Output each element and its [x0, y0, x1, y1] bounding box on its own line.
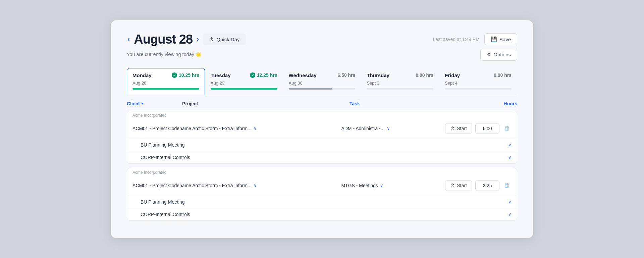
sub-2-2-label: CORP-Internal Controls [141, 212, 505, 217]
entry-1-project-text: ACM01 - Project Codename Arctic Storm - … [132, 126, 252, 131]
entry-1-sub-1: BU Planning Meeting ∨ [127, 139, 517, 151]
prev-day-button[interactable]: ‹ [127, 35, 130, 44]
header-actions: Last saved at 1:49 PM 💾 Save [433, 33, 517, 45]
col-header-task: Task [350, 101, 450, 106]
tab-friday[interactable]: Friday 0.00 hrs Sept 4 [439, 68, 517, 95]
progress-monday [132, 88, 199, 90]
progress-thursday [367, 88, 433, 90]
tab-thursday[interactable]: Thursday 0.00 hrs Sept 3 [361, 68, 439, 95]
entry-1-task-text: ADM - Administra -... [341, 126, 384, 131]
entry-2-project: ACM01 - Project Codename Arctic Storm - … [132, 183, 338, 188]
check-icon-monday: ✓ [172, 72, 177, 78]
day-tabs: Monday ✓ 10.25 hrs Aug 28 Tuesday ✓ 12.2… [127, 68, 517, 95]
entry-2-sub-2: CORP-Internal Controls ∨ [127, 208, 517, 220]
entry-1-start-button[interactable]: ⏱ Start [445, 123, 472, 134]
entry-1-task-dropdown[interactable]: ∨ [387, 126, 390, 131]
timer-icon-2: ⏱ [450, 183, 455, 188]
progress-friday [445, 88, 512, 90]
save-button[interactable]: 💾 Save [484, 33, 517, 45]
quick-day-label: Quick Day [216, 37, 239, 42]
sub-2-2-dropdown[interactable]: ∨ [508, 212, 512, 217]
hours-monday: ✓ 10.25 hrs [172, 72, 199, 78]
options-button[interactable]: ⚙ Options [480, 49, 517, 61]
next-day-button[interactable]: › [196, 35, 200, 44]
entry-2-sub-1: BU Planning Meeting ∨ [127, 196, 517, 208]
quick-day-button[interactable]: ⏱ Quick Day [203, 34, 246, 45]
date-title: August 28 [134, 32, 193, 47]
progress-wednesday [289, 88, 356, 90]
hours-tuesday: ✓ 12.25 hrs [250, 72, 277, 78]
start-label-2: Start [457, 183, 467, 188]
progress-tuesday [211, 88, 277, 90]
entry-2-project-text: ACM01 - Project Codename Arctic Storm - … [132, 183, 252, 188]
col-header-hours: Hours [450, 101, 517, 106]
sub-2-1-label: BU Planning Meeting [141, 199, 505, 205]
subtitle-text: You are currently viewing today 🌟 [127, 52, 202, 57]
tab-tuesday[interactable]: Tuesday ✓ 12.25 hrs Aug 29 [205, 68, 283, 95]
date-nav: ‹ August 28 › ⏱ Quick Day [127, 32, 246, 47]
main-card: ‹ August 28 › ⏱ Quick Day Last saved at … [111, 20, 533, 238]
entry-1-sub-2: CORP-Internal Controls ∨ [127, 151, 517, 163]
col-header-project: Project [182, 101, 350, 106]
hours-thursday: 0.00 hrs [416, 72, 433, 78]
time-entry-1: Acme Incorporated ACM01 - Project Codena… [127, 111, 517, 164]
options-icon: ⚙ [487, 52, 491, 58]
save-label: Save [499, 37, 511, 42]
entry-2-task: MTGS - Meetings ∨ [341, 183, 442, 188]
entry-1-task: ADM - Administra -... ∨ [341, 126, 442, 131]
day-name-wednesday: Wednesday [289, 72, 317, 78]
entry-2-start-button[interactable]: ⏱ Start [445, 180, 472, 191]
entry-1-project: ACM01 - Project Codename Arctic Storm - … [132, 126, 338, 131]
entry-1-actions: ⏱ Start 🗑 [445, 123, 512, 134]
last-saved-text: Last saved at 1:49 PM [433, 37, 479, 42]
day-name-tuesday: Tuesday [211, 72, 231, 78]
sub-1-2-dropdown[interactable]: ∨ [508, 155, 512, 160]
date-monday: Aug 28 [132, 81, 146, 86]
entry-2-actions: ⏱ Start 🗑 [445, 180, 512, 191]
quick-day-icon: ⏱ [209, 37, 214, 42]
subtitle-row: You are currently viewing today 🌟 ⚙ Opti… [127, 49, 517, 61]
trash-icon-1: 🗑 [504, 125, 510, 132]
date-thursday: Sept 3 [367, 81, 379, 86]
options-label: Options [493, 52, 511, 57]
hours-wednesday: 6.50 hrs [337, 72, 355, 78]
time-entry-2: Acme Incorporated ACM01 - Project Codena… [127, 168, 517, 221]
entry-2-task-text: MTGS - Meetings [341, 183, 378, 188]
sub-2-1-dropdown[interactable]: ∨ [508, 199, 512, 204]
sub-1-1-label: BU Planning Meeting [141, 142, 505, 148]
entry-1-client: Acme Incorporated [127, 111, 517, 118]
entry-1-delete-button[interactable]: 🗑 [503, 123, 512, 133]
sub-1-2-label: CORP-Internal Controls [141, 155, 505, 160]
entry-2-project-dropdown[interactable]: ∨ [254, 183, 257, 188]
timer-icon-1: ⏱ [450, 126, 455, 131]
date-tuesday: Aug 29 [211, 81, 224, 86]
header-row: ‹ August 28 › ⏱ Quick Day Last saved at … [127, 32, 517, 47]
tab-wednesday[interactable]: Wednesday 6.50 hrs Aug 30 [283, 68, 361, 95]
entry-1-hours-input[interactable] [475, 123, 499, 134]
entry-2-hours-input[interactable] [475, 180, 499, 191]
start-label-1: Start [457, 126, 467, 131]
day-name-friday: Friday [445, 72, 460, 78]
tab-monday[interactable]: Monday ✓ 10.25 hrs Aug 28 [127, 68, 205, 95]
table-header: Client ▾ Project Task Hours [127, 101, 517, 109]
sub-1-1-dropdown[interactable]: ∨ [508, 142, 512, 147]
hours-friday: 0.00 hrs [494, 72, 512, 78]
client-sort-icon: ▾ [141, 101, 143, 106]
day-name-thursday: Thursday [367, 72, 389, 78]
date-wednesday: Aug 30 [289, 81, 303, 86]
date-friday: Sept 4 [445, 81, 458, 86]
check-icon-tuesday: ✓ [250, 72, 255, 78]
entry-2-task-dropdown[interactable]: ∨ [380, 183, 383, 188]
entry-1-main-row: ACM01 - Project Codename Arctic Storm - … [127, 118, 517, 139]
entry-2-delete-button[interactable]: 🗑 [503, 180, 512, 190]
entry-2-main-row: ACM01 - Project Codename Arctic Storm - … [127, 175, 517, 196]
trash-icon-2: 🗑 [504, 182, 510, 189]
col-header-client[interactable]: Client ▾ [127, 101, 182, 106]
entry-2-client: Acme Incorporated [127, 168, 517, 175]
entry-1-project-dropdown[interactable]: ∨ [254, 126, 257, 131]
day-name-monday: Monday [132, 72, 152, 78]
save-icon: 💾 [491, 36, 497, 42]
